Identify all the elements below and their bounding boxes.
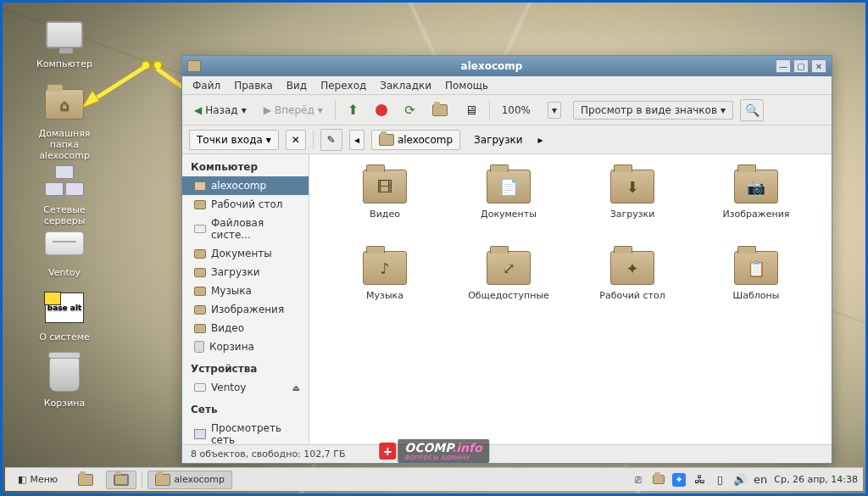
desktop-icon-computer[interactable]: Компьютер bbox=[26, 14, 103, 70]
path-forward[interactable]: ▸ bbox=[537, 131, 545, 149]
folder-icon bbox=[194, 268, 206, 277]
places-toggle[interactable]: Точки входа ▾ bbox=[189, 130, 279, 150]
triangle-left-icon: ◀ bbox=[194, 104, 202, 116]
sidebar-cat-network: Сеть bbox=[182, 397, 309, 419]
taskbar: ◧ Меню alexocomp ⎚ ⌖ 🖧 ▯ 🔊 en Ср, 26 апр… bbox=[5, 467, 863, 491]
folder-downloads[interactable]: ⬇Загрузки bbox=[574, 170, 691, 246]
sidebar-item-downloads[interactable]: Загрузки bbox=[182, 263, 309, 281]
label: О системе bbox=[26, 332, 103, 343]
folder-icon bbox=[194, 324, 206, 333]
sidebar-item-music[interactable]: Музыка bbox=[182, 281, 309, 300]
bluetooth-icon[interactable]: ⌖ bbox=[672, 473, 686, 487]
menu-go[interactable]: Переход bbox=[315, 78, 371, 93]
close-button[interactable]: ✕ bbox=[811, 59, 826, 73]
desktop-icon-ventoy[interactable]: Ventoy bbox=[26, 223, 103, 278]
folder-icon bbox=[432, 104, 448, 116]
camera-icon: 📷 bbox=[747, 178, 765, 196]
folder-icon bbox=[114, 474, 129, 486]
task-alexocomp[interactable]: alexocomp bbox=[147, 471, 232, 489]
search-icon: 🔍 bbox=[745, 103, 760, 117]
path-back[interactable]: ◂ bbox=[349, 130, 364, 150]
separator bbox=[142, 472, 142, 488]
sidebar: Компьютер alexocomp Рабочий стол Файлова… bbox=[182, 154, 309, 444]
folder-desktop[interactable]: ✦Рабочий стол bbox=[574, 251, 691, 327]
folder-icon bbox=[78, 474, 93, 486]
tray-unknown-icon[interactable]: ⎚ bbox=[632, 473, 645, 487]
computer-button[interactable]: 🖥 bbox=[459, 100, 482, 120]
chevron-down-icon: ▾ bbox=[318, 104, 323, 116]
stop-button[interactable] bbox=[370, 102, 392, 119]
back-button[interactable]: ◀ Назад ▾ bbox=[189, 102, 252, 119]
menu-button[interactable]: ◧ Меню bbox=[10, 471, 65, 488]
edit-location-button[interactable]: ✎ bbox=[320, 129, 342, 151]
sidebar-item-browse-net[interactable]: Просмотреть сеть bbox=[182, 419, 309, 444]
battery-icon[interactable]: ▯ bbox=[713, 473, 726, 487]
search-button[interactable]: 🔍 bbox=[740, 99, 764, 121]
desktop-icon-trash[interactable]: Корзина bbox=[26, 354, 103, 409]
desktop-icon-about[interactable]: base alt О системе bbox=[26, 287, 103, 343]
close-panel-button[interactable]: ✕ bbox=[286, 130, 306, 150]
keyboard-layout[interactable]: en bbox=[754, 473, 767, 487]
menu-bookmarks[interactable]: Закладки bbox=[375, 78, 437, 93]
zoom-dropdown[interactable]: ▾ bbox=[542, 99, 566, 121]
network-icon[interactable]: 🖧 bbox=[693, 473, 706, 487]
sidebar-item-videos[interactable]: Видео bbox=[182, 319, 309, 337]
view-mode-select[interactable]: Просмотр в виде значков ▾ bbox=[573, 101, 733, 120]
pencil-icon: ✎ bbox=[327, 134, 336, 146]
folder-content[interactable]: 🎞Видео 📄Документы ⬇Загрузки 📷Изображения… bbox=[309, 154, 832, 444]
folder-templates[interactable]: 📋Шаблоны bbox=[698, 251, 815, 327]
crumb-home[interactable]: alexocomp bbox=[371, 130, 460, 150]
annotation-dots bbox=[141, 60, 163, 70]
folder-documents[interactable]: 📄Документы bbox=[450, 170, 567, 246]
tray-folder-icon[interactable] bbox=[652, 473, 665, 487]
crumb-downloads[interactable]: Загрузки bbox=[467, 131, 530, 148]
desktop-icon-home[interactable]: ⌂ Домашняя папка alexocomp bbox=[26, 84, 103, 161]
sidebar-cat-computer: Компьютер bbox=[182, 154, 309, 176]
folder-icon bbox=[155, 474, 170, 486]
zoom-label: 100% bbox=[497, 102, 536, 119]
reload-button[interactable]: ⟳ bbox=[399, 100, 420, 120]
menu-help[interactable]: Помощь bbox=[440, 78, 493, 93]
sidebar-item-ventoy[interactable]: Ventoy⏏ bbox=[182, 378, 309, 397]
forward-button[interactable]: ▶ Вперёд ▾ bbox=[259, 102, 328, 119]
folder-pictures[interactable]: 📷Изображения bbox=[698, 170, 815, 246]
sidebar-item-pictures[interactable]: Изображения bbox=[182, 300, 309, 319]
chevron-down-icon: ▾ bbox=[548, 102, 561, 119]
maximize-button[interactable]: ▢ bbox=[793, 59, 809, 73]
desktop[interactable]: Компьютер ⌂ Домашняя папка alexocomp Сет… bbox=[0, 0, 868, 496]
minimize-button[interactable]: — bbox=[776, 59, 791, 73]
menu-edit[interactable]: Правка bbox=[229, 78, 278, 93]
sidebar-item-home[interactable]: alexocomp bbox=[182, 176, 309, 195]
up-button[interactable]: ⬆ bbox=[342, 99, 364, 120]
label: Корзина bbox=[26, 398, 103, 409]
titlebar[interactable]: alexocomp — ▢ ✕ bbox=[182, 56, 832, 76]
launcher-files[interactable] bbox=[70, 471, 101, 489]
menubar: Файл Правка Вид Переход Закладки Помощь bbox=[182, 76, 832, 95]
folder-videos[interactable]: 🎞Видео bbox=[326, 170, 443, 246]
folder-icon bbox=[194, 200, 206, 209]
eject-icon[interactable]: ⏏ bbox=[292, 383, 300, 393]
folder-icon bbox=[194, 287, 206, 296]
sidebar-item-filesystem[interactable]: Файловая систе... bbox=[182, 214, 309, 244]
share-icon: ⤢ bbox=[503, 259, 515, 277]
file-manager-window: alexocomp — ▢ ✕ Файл Правка Вид Переход … bbox=[181, 55, 832, 464]
folder-public[interactable]: ⤢Общедоступные bbox=[450, 251, 567, 327]
system-tray: ⎚ ⌖ 🖧 ▯ 🔊 en Ср, 26 апр, 14:38 bbox=[632, 473, 858, 487]
label: Ventoy bbox=[26, 267, 103, 278]
sidebar-item-trash[interactable]: Корзина bbox=[182, 337, 309, 356]
drive-icon bbox=[45, 231, 84, 255]
menu-view[interactable]: Вид bbox=[281, 78, 312, 93]
home-button[interactable] bbox=[427, 102, 453, 119]
sidebar-item-documents[interactable]: Документы bbox=[182, 244, 309, 263]
menu-file[interactable]: Файл bbox=[187, 78, 225, 93]
watermark: + OCOMP.infoВОПРОСЫ АДМИНУ bbox=[379, 439, 489, 463]
folder-icon bbox=[194, 249, 206, 259]
desktop-icon-servers[interactable]: Сетевые серверы bbox=[26, 160, 103, 226]
volume-icon[interactable]: 🔊 bbox=[733, 473, 747, 487]
launcher-files-active[interactable] bbox=[106, 471, 136, 489]
clock[interactable]: Ср, 26 апр, 14:38 bbox=[774, 474, 858, 485]
separator bbox=[313, 130, 314, 150]
sidebar-item-desktop[interactable]: Рабочий стол bbox=[182, 195, 309, 214]
folder-music[interactable]: ♪Музыка bbox=[326, 251, 443, 327]
toolbar: ◀ Назад ▾ ▶ Вперёд ▾ ⬆ ⟳ 🖥 100% ▾ Просмо… bbox=[182, 95, 832, 125]
